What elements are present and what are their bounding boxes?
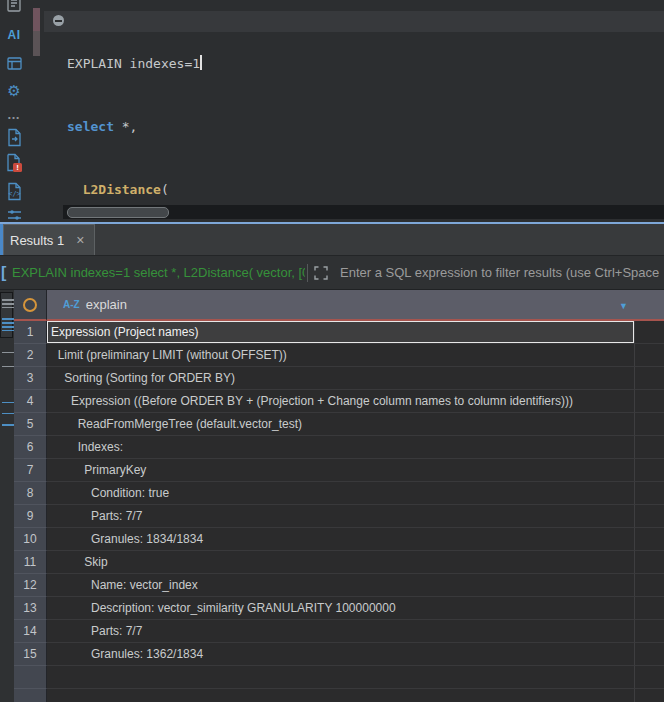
table-row: 6 Indexes: (14, 436, 664, 459)
grid-corner-select-all[interactable] (14, 290, 47, 321)
grid-empty-area (635, 666, 664, 689)
grid-empty-area (635, 643, 664, 666)
row-number[interactable]: 7 (14, 459, 47, 482)
record-indicator-icon (23, 298, 37, 312)
grid-view-icon[interactable] (2, 299, 14, 308)
annotation-block (33, 31, 40, 56)
grid-empty-area (635, 597, 664, 620)
filter-expression-input[interactable] (338, 264, 664, 281)
grid-empty-area (635, 436, 664, 459)
close-icon[interactable]: × (76, 232, 84, 248)
grid-empty-area (635, 367, 664, 390)
grid-cell-empty (47, 689, 635, 702)
tab-results-1[interactable]: Results 1 × (3, 224, 95, 255)
separator (307, 264, 308, 282)
table-row: 1 Expression (Project names) (14, 321, 664, 344)
grid-cell[interactable]: Sorting (Sorting for ORDER BY) (47, 367, 635, 390)
tab-label: Results 1 (10, 233, 64, 248)
grid-cell-selected[interactable]: Expression (Project names) (47, 321, 635, 344)
custom-filter-icon[interactable]: [ (1, 264, 12, 282)
column-dropdown-icon[interactable]: ▼ (619, 301, 628, 311)
table-row: 8 Condition: true (14, 482, 664, 505)
row-number[interactable]: 2 (14, 344, 47, 367)
table-row: 2 Limit (preliminary LIMIT (without OFFS… (14, 344, 664, 367)
grid-cell[interactable]: Description: vector_similarity GRANULARI… (47, 597, 635, 620)
sort-az-icon[interactable]: A-Z (63, 299, 80, 310)
text-cursor (200, 55, 202, 70)
grid-empty-area (635, 551, 664, 574)
editor-horizontal-scrollbar[interactable] (63, 205, 664, 219)
table-row: 11 Skip (14, 551, 664, 574)
execute-script-icon[interactable] (3, 126, 25, 148)
script-error-icon[interactable]: ! (3, 152, 25, 174)
grid-rows: 1 Expression (Project names) 2 Limit (pr… (14, 321, 664, 702)
grid-cell[interactable]: Expression ((Before ORDER BY + (Projecti… (47, 390, 635, 413)
row-number[interactable]: 6 (14, 436, 47, 459)
grid-cell[interactable]: Name: vector_index (47, 574, 635, 597)
panel-icon[interactable] (2, 424, 14, 435)
grid-empty-area (635, 620, 664, 643)
code-line: L2Distance( (67, 179, 664, 200)
column-header-explain[interactable]: A-Z explain ▼ (47, 290, 664, 321)
table-row: 13 Description: vector_similarity GRANUL… (14, 597, 664, 620)
grid-empty-area (635, 413, 664, 436)
grid-empty-area (635, 574, 664, 597)
grid-cell[interactable]: Condition: true (47, 482, 635, 505)
grid-cell[interactable]: Parts: 7/7 (47, 620, 635, 643)
scrollbar-thumb[interactable] (67, 207, 169, 218)
grid-empty-area (635, 689, 664, 702)
annotation-block (33, 8, 40, 31)
table-row: 9 Parts: 7/7 (14, 505, 664, 528)
settings-gear-icon[interactable]: ⚙ (3, 80, 25, 102)
table-row: 15 Granules: 1362/1834 (14, 643, 664, 666)
table-row-empty (14, 666, 664, 689)
grid-empty-area (635, 505, 664, 528)
row-number[interactable]: 4 (14, 390, 47, 413)
code-line: select *, (67, 116, 664, 137)
templates-board-icon[interactable] (3, 52, 25, 74)
text-view-icon[interactable] (2, 352, 14, 367)
expand-filter-icon[interactable] (312, 264, 330, 282)
sql-editor-pane[interactable]: AI ⚙ … ! </> (0, 0, 664, 222)
row-number[interactable]: 13 (14, 597, 47, 620)
active-statement-marker-icon (53, 15, 64, 26)
row-number[interactable]: 3 (14, 367, 47, 390)
grid-empty-area (635, 390, 664, 413)
row-number[interactable]: 14 (14, 620, 47, 643)
editor-toolbar: AI ⚙ … ! </> (0, 0, 30, 222)
row-number[interactable]: 9 (14, 505, 47, 528)
grid-cell[interactable]: ReadFromMergeTree (default.vector_test) (47, 413, 635, 436)
results-grid: A-Z explain ▼ 1 Expression (Project name… (0, 290, 664, 702)
row-number[interactable]: 1 (14, 321, 47, 344)
table-row: 12 Name: vector_index (14, 574, 664, 597)
row-number[interactable]: 5 (14, 413, 47, 436)
svg-text:!: ! (16, 163, 19, 172)
row-number[interactable]: 8 (14, 482, 47, 505)
grid-cell[interactable]: Granules: 1362/1834 (47, 643, 635, 666)
more-options-icon[interactable]: … (3, 103, 25, 125)
grid-cell[interactable]: Granules: 1834/1834 (47, 528, 635, 551)
code-line: EXPLAIN indexes=1 (67, 53, 664, 74)
grid-empty-area (635, 482, 664, 505)
ai-assistant-icon[interactable]: AI (3, 24, 25, 46)
table-row: 3 Sorting (Sorting for ORDER BY) (14, 367, 664, 390)
row-number[interactable]: 11 (14, 551, 47, 574)
svg-text:</>: </> (8, 190, 21, 198)
row-number[interactable]: 15 (14, 643, 47, 666)
clipboard-script-icon[interactable] (3, 0, 25, 14)
grid-cell[interactable]: Parts: 7/7 (47, 505, 635, 528)
panel-icon[interactable] (2, 402, 14, 414)
grid-cell[interactable]: Limit (preliminary LIMIT (without OFFSET… (47, 344, 635, 367)
active-query-preview: EXPLAIN indexes=1 select *, L2Distance( … (12, 265, 305, 280)
grid-cell[interactable]: Indexes: (47, 436, 635, 459)
grid-cell[interactable]: PrimaryKey (47, 459, 635, 482)
script-code-icon[interactable]: </> (3, 180, 25, 202)
grid-empty-area (635, 459, 664, 482)
grid-empty-area (635, 528, 664, 551)
grid-empty-area (635, 321, 664, 344)
table-view-icon[interactable] (2, 318, 14, 331)
row-number[interactable]: 12 (14, 574, 47, 597)
grid-cell[interactable]: Skip (47, 551, 635, 574)
row-number[interactable]: 10 (14, 528, 47, 551)
row-number-empty (14, 666, 47, 689)
